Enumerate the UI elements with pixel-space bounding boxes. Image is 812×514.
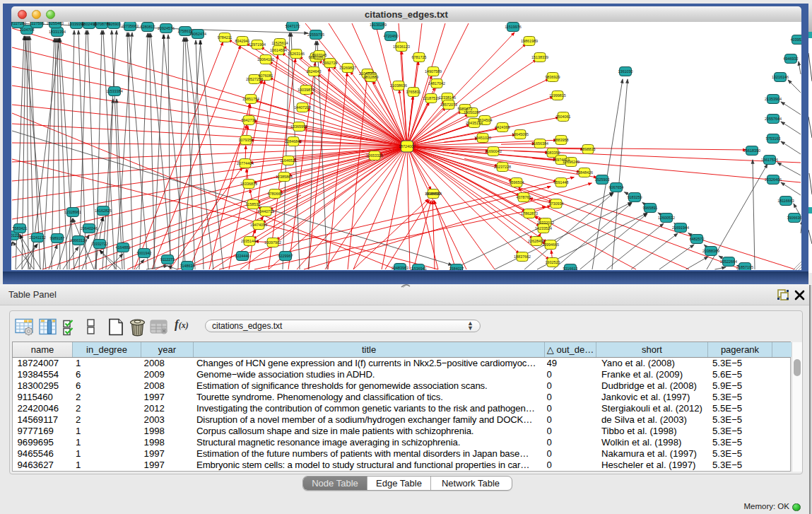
svg-text:8342941: 8342941 [235, 39, 250, 43]
svg-text:21857195: 21857195 [736, 265, 753, 269]
svg-text:9183259: 9183259 [628, 195, 642, 199]
svg-text:8482572: 8482572 [690, 237, 705, 241]
svg-text:11533384: 11533384 [106, 89, 123, 93]
svg-text:5942736: 5942736 [242, 118, 257, 122]
svg-text:5047172: 5047172 [286, 24, 300, 28]
svg-text:13994665: 13994665 [542, 243, 559, 247]
svg-text:4039526: 4039526 [791, 37, 802, 42]
svg-text:22846840: 22846840 [285, 139, 302, 144]
svg-text:9832889: 9832889 [364, 75, 379, 79]
svg-text:12971904: 12971904 [249, 42, 266, 47]
svg-text:6591448: 6591448 [554, 180, 569, 185]
svg-text:20351444: 20351444 [241, 239, 258, 243]
svg-text:19130289: 19130289 [370, 23, 387, 27]
svg-text:11999815: 11999815 [549, 93, 566, 98]
svg-text:20237228: 20237228 [494, 165, 511, 169]
svg-text:1158532: 1158532 [246, 202, 261, 206]
svg-text:20640246: 20640246 [81, 226, 98, 230]
svg-text:14162825: 14162825 [95, 209, 112, 213]
svg-text:9730934: 9730934 [549, 201, 564, 206]
svg-text:5753163: 5753163 [766, 136, 781, 141]
svg-text:12328961: 12328961 [64, 210, 81, 214]
svg-text:2883958: 2883958 [554, 138, 569, 142]
svg-text:5001942: 5001942 [137, 251, 152, 255]
svg-text:22559795: 22559795 [307, 33, 324, 37]
svg-text:20557644: 20557644 [765, 117, 782, 121]
svg-text:8937045: 8937045 [312, 53, 327, 57]
svg-text:17862873: 17862873 [521, 211, 538, 216]
svg-text:23663124: 23663124 [70, 238, 87, 243]
svg-text:6781725: 6781725 [412, 55, 427, 59]
svg-text:11519976: 11519976 [505, 25, 522, 29]
svg-text:12600532: 12600532 [658, 216, 675, 220]
svg-text:12385865: 12385865 [276, 175, 293, 179]
svg-text:23522664: 23522664 [720, 259, 737, 264]
svg-text:14817042: 14817042 [428, 81, 445, 86]
svg-text:14907589: 14907589 [425, 69, 442, 74]
svg-text:20255463: 20255463 [47, 22, 64, 25]
svg-text:9424369: 9424369 [495, 125, 510, 129]
svg-text:9112273: 9112273 [160, 257, 175, 262]
svg-text:12696249: 12696249 [563, 160, 579, 164]
svg-text:7148634: 7148634 [180, 264, 195, 268]
svg-text:11536941: 11536941 [410, 267, 427, 270]
svg-text:12338146: 12338146 [439, 95, 456, 100]
svg-text:1584027: 1584027 [449, 267, 464, 270]
svg-text:3079350: 3079350 [239, 138, 254, 142]
svg-text:2504061: 2504061 [556, 115, 571, 119]
svg-text:6946932: 6946932 [784, 57, 799, 61]
svg-text:8926901: 8926901 [107, 22, 122, 26]
svg-text:20388369: 20388369 [702, 249, 719, 253]
svg-text:22735663: 22735663 [122, 24, 139, 28]
svg-text:20332012: 20332012 [537, 221, 554, 225]
svg-text:11646521: 11646521 [280, 158, 297, 163]
svg-text:5583421: 5583421 [13, 226, 28, 230]
svg-text:4596504: 4596504 [510, 180, 524, 185]
svg-text:19050287: 19050287 [464, 110, 481, 115]
svg-text:9836929: 9836929 [546, 75, 560, 79]
svg-text:6076081: 6076081 [259, 74, 273, 78]
svg-text:11690043: 11690043 [485, 149, 502, 153]
svg-text:3765831: 3765831 [406, 90, 421, 94]
svg-text:21691944: 21691944 [672, 226, 689, 230]
svg-text:15138339: 15138339 [531, 55, 548, 59]
svg-text:10451020: 10451020 [474, 136, 491, 140]
svg-text:20774404: 20774404 [237, 161, 254, 165]
svg-text:4720460: 4720460 [384, 34, 399, 38]
svg-text:1932523: 1932523 [546, 260, 560, 264]
svg-text:6898835: 6898835 [581, 147, 596, 151]
svg-text:13269827: 13269827 [339, 66, 356, 70]
svg-text:2624643: 2624643 [307, 69, 322, 74]
svg-text:19474099: 19474099 [250, 223, 267, 227]
svg-text:11525614: 11525614 [271, 41, 288, 45]
svg-text:14407208: 14407208 [294, 105, 311, 110]
svg-text:17227280: 17227280 [11, 22, 26, 25]
svg-text:13645095: 13645095 [512, 132, 529, 136]
svg-text:13216146: 13216146 [772, 75, 789, 79]
svg-text:13097902: 13097902 [264, 240, 281, 245]
svg-text:18572073: 18572073 [440, 103, 457, 107]
svg-text:21353904: 21353904 [765, 97, 782, 101]
svg-text:15263146: 15263146 [288, 52, 305, 56]
svg-text:1361030: 1361030 [618, 69, 633, 74]
svg-text:15636123: 15636123 [393, 45, 410, 49]
svg-text:6229967: 6229967 [278, 254, 293, 258]
svg-text:14062474: 14062474 [189, 32, 206, 36]
svg-text:18116663: 18116663 [777, 199, 794, 203]
svg-text:14233524: 14233524 [535, 226, 552, 230]
svg-text:7227599: 7227599 [30, 22, 45, 25]
svg-text:13365999: 13365999 [290, 124, 307, 129]
svg-text:5280817: 5280817 [141, 25, 155, 29]
svg-text:4164882: 4164882 [116, 245, 131, 250]
svg-text:20924576: 20924576 [158, 26, 175, 30]
svg-text:12653326: 12653326 [366, 153, 383, 158]
svg-text:13440715: 13440715 [257, 209, 274, 214]
svg-text:21038636: 21038636 [390, 83, 407, 88]
svg-text:3083350: 3083350 [546, 151, 560, 155]
svg-text:5316613: 5316613 [563, 267, 578, 270]
svg-text:2224440: 2224440 [235, 254, 250, 258]
svg-text:23326406: 23326406 [765, 177, 782, 182]
svg-text:1525903: 1525903 [595, 177, 610, 182]
svg-text:9989187: 9989187 [50, 236, 65, 240]
svg-text:10039874: 10039874 [298, 88, 314, 92]
